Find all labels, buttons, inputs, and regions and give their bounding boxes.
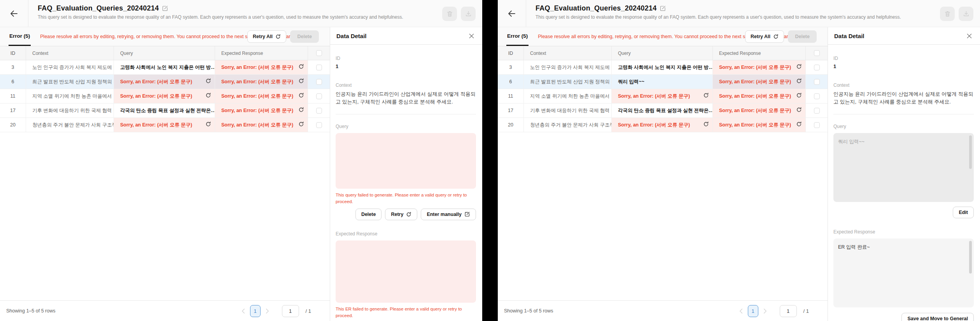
delete-set-button[interactable] — [940, 7, 955, 21]
retry-all-button[interactable]: Retry All — [745, 30, 784, 43]
row-context-cell[interactable]: 노인 인구의 증가가 사회 복지 제도에 미치… — [26, 60, 114, 74]
query-edit-button[interactable]: Edit — [953, 207, 974, 218]
table-row[interactable]: 3 노인 인구의 증가가 사회 복지 제도에 미치… 고령화 사회에서 노인 복… — [498, 60, 828, 75]
table-row[interactable]: 11 지역 소멸 위기에 처한 농촌 마을에서 청년… Sorry, an Er… — [498, 89, 828, 103]
tab-error[interactable]: Error (5) — [506, 27, 528, 46]
table-row[interactable]: 3 노인 인구의 증가가 사회 복지 제도에 미치… 고령화 사회에서 노인 복… — [0, 60, 330, 75]
er-textarea[interactable]: ER 입력 완료~ — [833, 239, 974, 307]
next-page-button[interactable] — [266, 309, 269, 314]
row-checkbox[interactable] — [814, 65, 820, 70]
row-query-cell[interactable]: 고령화 사회에서 노인 복지 지출은 어떤 방… — [612, 60, 713, 74]
download-button[interactable] — [461, 7, 476, 21]
tab-error[interactable]: Error (5) — [9, 27, 31, 46]
delete-set-button[interactable] — [442, 7, 457, 21]
cell-retry-button[interactable] — [298, 93, 304, 100]
row-query-cell[interactable]: Sorry, an Error: (서버 오류 문구) — [612, 118, 713, 132]
row-query-cell[interactable]: 각국의 탄소 중립 목표 설정과 실현 전략은… — [114, 103, 215, 118]
table-row[interactable]: 20 청년층의 주거 불안 문제가 사회 구조적으… Sorry, an Err… — [0, 118, 330, 132]
download-button[interactable] — [959, 7, 973, 21]
cell-retry-button[interactable] — [796, 64, 802, 71]
row-expected-response-cell[interactable]: Sorry, an Error: (서버 오류 문구) — [215, 89, 308, 103]
row-context-cell[interactable]: 지역 소멸 위기에 처한 농촌 마을에서 청년… — [26, 89, 114, 103]
prev-page-button[interactable] — [739, 309, 743, 314]
row-query-cell[interactable]: Sorry, an Error: (서버 오류 문구) — [114, 118, 215, 132]
row-checkbox[interactable] — [814, 122, 820, 128]
row-expected-response-cell[interactable]: Sorry, an Error: (서버 오류 문구) — [713, 118, 806, 132]
cell-retry-button[interactable] — [298, 107, 304, 114]
cell-retry-button[interactable] — [703, 93, 709, 100]
row-query-cell[interactable]: Sorry, an Error: (서버 오류 문구) — [612, 89, 713, 103]
er-scrollbar[interactable] — [969, 241, 972, 274]
table-row[interactable]: 20 청년층의 주거 불안 문제가 사회 구조적으… Sorry, an Err… — [498, 118, 828, 132]
cell-retry-button[interactable] — [796, 78, 802, 86]
cell-retry-button[interactable] — [205, 121, 211, 129]
row-expected-response-cell[interactable]: Sorry, an Error: (서버 오류 문구) — [713, 75, 806, 89]
query-enter-manually-button[interactable]: Enter manually — [421, 209, 476, 220]
delete-rows-button[interactable]: Delete — [788, 30, 817, 43]
row-expected-response-cell[interactable]: Sorry, an Error: (서버 오류 문구) — [215, 75, 308, 89]
page-1-button[interactable]: 1 — [748, 305, 758, 317]
row-query-cell[interactable]: Sorry, an Error: (서버 오류 문구) — [114, 89, 215, 103]
row-checkbox[interactable] — [316, 65, 322, 70]
cell-retry-button[interactable] — [796, 121, 802, 129]
row-context-cell[interactable]: 기후 변화에 대응하기 위한 국제 협력 방안… — [26, 103, 114, 118]
query-retry-button[interactable]: Retry — [385, 209, 417, 220]
prev-page-button[interactable] — [242, 309, 245, 314]
cell-retry-button[interactable] — [796, 93, 802, 100]
table-row[interactable]: 6 최근 발표된 반도체 산업 지원 정책의 주요… Sorry, an Err… — [0, 75, 330, 89]
cell-retry-button[interactable] — [298, 121, 304, 129]
cell-retry-button[interactable] — [796, 107, 802, 114]
row-expected-response-cell[interactable]: Sorry, an Error: (서버 오류 문구) — [713, 60, 806, 74]
delete-rows-button[interactable]: Delete — [290, 30, 319, 43]
table-row[interactable]: 6 최근 발표된 반도체 산업 지원 정책의 주요… 쿼리 입력~~ Sorry… — [498, 75, 828, 89]
row-expected-response-cell[interactable]: Sorry, an Error: (서버 오류 문구) — [713, 103, 806, 118]
row-query-cell[interactable]: 고령화 사회에서 노인 복지 지출은 어떤 방… — [114, 60, 215, 74]
row-checkbox[interactable] — [814, 108, 820, 114]
edit-title-icon[interactable] — [162, 5, 168, 12]
query-textarea[interactable]: 쿼리 입력~~ — [833, 133, 974, 202]
back-button[interactable] — [498, 0, 526, 27]
row-expected-response-cell[interactable]: Sorry, an Error: (서버 오류 문구) — [215, 118, 308, 132]
cell-retry-button[interactable] — [298, 78, 304, 86]
row-query-cell[interactable]: 각국의 탄소 중립 목표 설정과 실현 전략은… — [612, 103, 713, 118]
row-context-cell[interactable]: 최근 발표된 반도체 산업 지원 정책의 주요… — [26, 75, 114, 89]
select-all-checkbox[interactable] — [814, 50, 820, 56]
row-checkbox[interactable] — [316, 108, 322, 114]
table-row[interactable]: 11 지역 소멸 위기에 처한 농촌 마을에서 청년… Sorry, an Er… — [0, 89, 330, 103]
row-checkbox[interactable] — [814, 93, 820, 99]
row-context-cell[interactable]: 노인 인구의 증가가 사회 복지 제도에 미치… — [524, 60, 612, 74]
row-query-cell[interactable]: Sorry, an Error: (서버 오류 문구) — [114, 75, 215, 89]
row-context-cell[interactable]: 기후 변화에 대응하기 위한 국제 협력 방안… — [524, 103, 612, 118]
row-expected-response-cell[interactable]: Sorry, an Error: (서버 오류 문구) — [713, 89, 806, 103]
page-1-button[interactable]: 1 — [250, 305, 261, 317]
row-context-cell[interactable]: 청년층의 주거 불안 문제가 사회 구조적으… — [26, 118, 114, 132]
back-button[interactable] — [0, 0, 28, 27]
edit-title-icon[interactable] — [660, 5, 666, 12]
row-checkbox[interactable] — [814, 79, 820, 85]
row-context-cell[interactable]: 최근 발표된 반도체 산업 지원 정책의 주요… — [524, 75, 612, 89]
close-detail-button[interactable] — [467, 32, 476, 40]
page-number-input[interactable] — [282, 305, 299, 317]
retry-all-button[interactable]: Retry All — [247, 30, 286, 43]
row-checkbox[interactable] — [316, 122, 322, 128]
cell-retry-button[interactable] — [703, 121, 709, 129]
next-page-button[interactable] — [763, 309, 767, 314]
row-context-cell[interactable]: 지역 소멸 위기에 처한 농촌 마을에서 청년… — [524, 89, 612, 103]
page-number-input[interactable] — [780, 305, 797, 317]
save-and-move-button[interactable]: Save and Move to General — [901, 313, 974, 321]
close-detail-button[interactable] — [965, 32, 974, 40]
cell-retry-button[interactable] — [205, 78, 211, 86]
cell-retry-button[interactable] — [205, 93, 211, 100]
query-scrollbar[interactable] — [969, 135, 972, 169]
row-expected-response-cell[interactable]: Sorry, an Error: (서버 오류 문구) — [215, 103, 308, 118]
row-checkbox[interactable] — [316, 79, 322, 85]
table-row[interactable]: 17 기후 변화에 대응하기 위한 국제 협력 방안… 각국의 탄소 중립 목표… — [0, 103, 330, 118]
cell-retry-button[interactable] — [298, 64, 304, 71]
row-context-cell[interactable]: 청년층의 주거 불안 문제가 사회 구조적으… — [524, 118, 612, 132]
table-row[interactable]: 17 기후 변화에 대응하기 위한 국제 협력 방안… 각국의 탄소 중립 목표… — [498, 103, 828, 118]
row-checkbox[interactable] — [316, 93, 322, 99]
select-all-checkbox[interactable] — [316, 50, 322, 56]
query-delete-button[interactable]: Delete — [355, 209, 382, 220]
row-expected-response-cell[interactable]: Sorry, an Error: (서버 오류 문구) — [215, 60, 308, 74]
row-query-cell[interactable]: 쿼리 입력~~ — [612, 75, 713, 89]
